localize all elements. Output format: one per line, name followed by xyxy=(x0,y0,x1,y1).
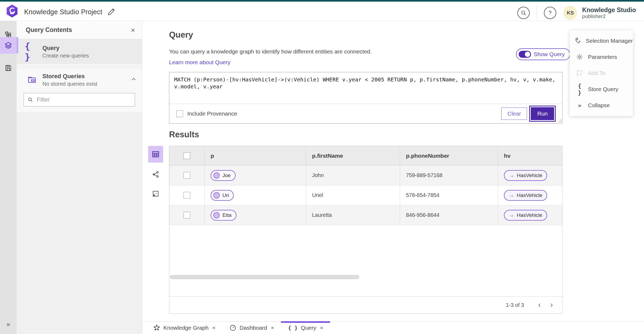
query-editor-footer: Include Provenance Clear Run xyxy=(169,104,562,123)
collapse-button[interactable]: » Collapse xyxy=(570,97,633,113)
relationship-pill[interactable]: →HasVehicle xyxy=(504,210,547,221)
selection-manager-icon xyxy=(575,37,582,44)
table-view-button[interactable] xyxy=(148,146,163,163)
show-query-toggle[interactable]: Show Query xyxy=(516,48,570,60)
entity-pill[interactable]: Uri xyxy=(211,190,234,201)
project-title: Knowledge Studio Project xyxy=(24,8,102,16)
app-window: Knowledge Studio Project KS Knowledge St… xyxy=(0,0,644,334)
show-query-label: Show Query xyxy=(534,51,565,58)
panel-close-button[interactable]: × xyxy=(131,27,135,34)
arrow-right-icon: → xyxy=(509,172,514,178)
close-icon: × xyxy=(131,26,135,34)
map-view-button[interactable] xyxy=(148,186,163,201)
panel-selection-indicator xyxy=(17,37,18,53)
help-icon xyxy=(547,10,553,16)
clear-button[interactable]: Clear xyxy=(501,107,527,120)
filter-input[interactable] xyxy=(37,96,131,103)
previous-page-button[interactable] xyxy=(534,299,546,311)
scrollbar-thumb[interactable] xyxy=(170,275,359,279)
row-checkbox[interactable] xyxy=(184,172,190,179)
column-header-phonenumber[interactable]: p.phoneNumber xyxy=(406,153,449,159)
panel-item-text: Query Create new queries xyxy=(42,45,137,59)
column-header-hv[interactable]: hv xyxy=(504,153,511,159)
row-checkbox[interactable] xyxy=(184,212,190,218)
resize-handle[interactable] xyxy=(558,119,561,123)
store-query-button[interactable]: { } Store Query xyxy=(570,81,633,97)
relationship-pill[interactable]: →HasVehicle xyxy=(504,190,547,201)
cell-phonenumber: 846-956-8644 xyxy=(406,212,440,218)
cell-firstname: John xyxy=(312,172,324,178)
relationship-pill[interactable]: →HasVehicle xyxy=(504,170,547,181)
panel-header: Query Contents × xyxy=(17,21,142,39)
app-header: Knowledge Studio Project KS Knowledge St… xyxy=(0,2,644,21)
table-row: Etta Lauretta 846-956-8644 →HasVehicle xyxy=(169,205,562,225)
save-rail-button[interactable] xyxy=(0,60,17,76)
close-tab-icon[interactable]: × xyxy=(271,325,274,331)
entity-node-icon xyxy=(213,172,220,179)
tab-knowledge-graph[interactable]: Knowledge Graph × xyxy=(146,322,222,334)
header-actions: KS Knowledge Studio publisher2 xyxy=(517,3,644,23)
bottom-tab-bar: Knowledge Graph × Dashboard × { } Query … xyxy=(142,321,644,334)
dashboard-icon xyxy=(229,324,236,331)
product-name: Knowledge Studio xyxy=(582,6,636,13)
table-footer: 1-3 of 3 xyxy=(169,296,562,314)
open-in-map-icon xyxy=(152,190,159,197)
parameters-button[interactable]: Parameters xyxy=(570,49,633,65)
selection-manager-button[interactable]: Selection Manager xyxy=(570,33,633,49)
include-provenance-checkbox[interactable] xyxy=(176,110,183,117)
close-tab-icon[interactable]: × xyxy=(320,325,323,331)
pagination-label: 1-3 of 3 xyxy=(506,302,524,308)
column-header-p[interactable]: p xyxy=(211,153,214,159)
user-info[interactable]: Knowledge Studio publisher2 xyxy=(582,6,636,19)
expand-chevrons-icon: » xyxy=(6,321,10,328)
tab-query[interactable]: { } Query × xyxy=(281,322,330,334)
select-all-checkbox[interactable] xyxy=(184,152,190,159)
expand-rail-button[interactable]: » xyxy=(0,318,17,330)
entity-node-icon xyxy=(213,192,220,199)
arrow-right-icon: → xyxy=(509,192,514,198)
save-icon xyxy=(5,64,12,72)
link-chart-icon xyxy=(152,171,159,178)
layers-rail-button[interactable] xyxy=(0,37,17,54)
gear-icon xyxy=(575,53,584,60)
search-button[interactable] xyxy=(517,7,530,19)
learn-more-link[interactable]: Learn more about Query xyxy=(169,59,230,66)
results-table: p p.firstName p.phoneNumber hv Joe John … xyxy=(169,146,562,314)
help-button[interactable] xyxy=(544,7,556,19)
entity-pill[interactable]: Etta xyxy=(211,210,236,221)
braces-icon: { } xyxy=(575,82,584,96)
user-avatar[interactable]: KS xyxy=(563,6,577,20)
query-text-input[interactable]: MATCH (p:Person)-[hv:HasVehicle]->(v:Veh… xyxy=(169,72,562,104)
tab-dashboard[interactable]: Dashboard × xyxy=(222,322,281,334)
main-content: Query You can query a knowledge graph to… xyxy=(142,21,644,321)
search-icon xyxy=(28,97,33,102)
column-header-firstname[interactable]: p.firstName xyxy=(312,153,343,159)
query-description: You can query a knowledge graph to ident… xyxy=(169,48,372,55)
folder-icon xyxy=(25,75,39,84)
edit-title-button[interactable] xyxy=(107,8,116,17)
add-to-icon xyxy=(575,70,584,77)
cell-phonenumber: 578-654-7854 xyxy=(406,192,440,198)
link-chart-view-button[interactable] xyxy=(148,167,163,182)
horizontal-scrollbar[interactable] xyxy=(170,275,562,280)
entity-pill[interactable]: Joe xyxy=(211,170,236,181)
filter-field xyxy=(24,93,135,106)
table-icon xyxy=(152,150,160,158)
search-icon xyxy=(521,10,526,16)
chevron-left-icon xyxy=(537,303,542,308)
query-tools-panel: Selection Manager Parameters Add To { } … xyxy=(570,30,633,116)
panel-title: Query Contents xyxy=(26,26,131,34)
next-page-button[interactable] xyxy=(546,299,557,311)
layers-icon xyxy=(4,41,12,49)
panel-item-query[interactable]: { } Query Create new queries xyxy=(17,39,142,64)
table-row: Uri Uriel 578-654-7854 →HasVehicle xyxy=(169,185,562,205)
row-checkbox[interactable] xyxy=(184,192,190,199)
close-tab-icon[interactable]: × xyxy=(212,325,215,331)
cell-firstname: Uriel xyxy=(312,192,323,198)
page-title: Query xyxy=(169,30,193,40)
chevron-up-icon[interactable] xyxy=(131,76,137,83)
panel-item-stored-queries[interactable]: Stored Queries No stored queries exist xyxy=(17,68,142,91)
query-contents-panel: Query Contents × { } Query Create new qu… xyxy=(17,21,142,334)
run-button[interactable]: Run xyxy=(531,107,554,120)
left-icon-rail: » xyxy=(0,21,17,334)
